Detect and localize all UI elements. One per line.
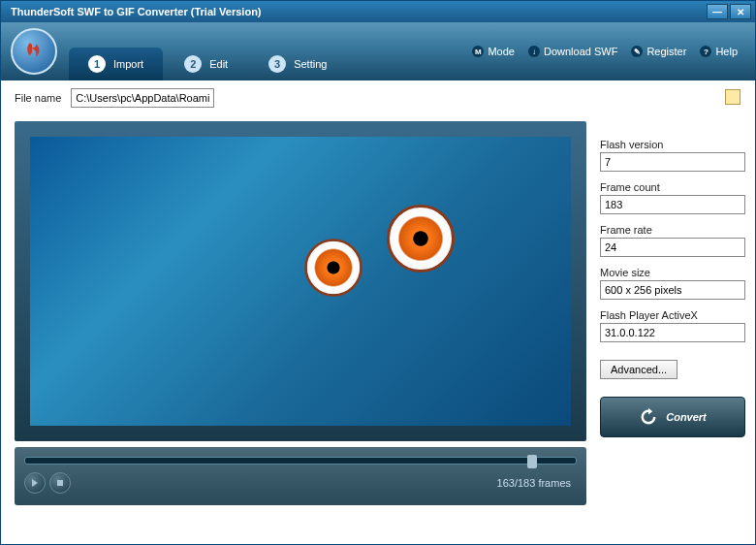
help-icon: ? (700, 46, 711, 57)
flash-version-label: Flash version (600, 139, 745, 150)
register-link[interactable]: ✎Register (631, 46, 686, 57)
toolbar: 1 Import 2 Edit 3 Setting MMode ↓Downloa… (1, 22, 755, 80)
preview-image (30, 137, 571, 426)
file-name-label: File name (15, 92, 61, 104)
seek-bar[interactable] (24, 457, 577, 465)
browse-icon[interactable] (725, 89, 740, 105)
link-label: Mode (488, 46, 515, 57)
movie-size-label: Movie size (600, 267, 745, 278)
mode-link[interactable]: MMode (472, 46, 515, 57)
download-swf-link[interactable]: ↓Download SWF (528, 46, 617, 57)
frame-count-label: Frame count (600, 181, 745, 193)
tab-import[interactable]: 1 Import (69, 48, 163, 80)
tab-label: Edit (209, 58, 228, 70)
activex-value (600, 323, 745, 342)
file-path-input[interactable] (71, 88, 214, 108)
link-label: Register (646, 46, 686, 57)
tab-number: 1 (88, 55, 106, 73)
info-column: Flash version Frame count Frame rate Mov… (600, 121, 745, 505)
frame-rate-label: Frame rate (600, 224, 745, 236)
tab-number: 2 (184, 55, 202, 73)
titlebar: ThunderSoft SWF to GIF Converter (Trial … (1, 1, 755, 22)
step-tabs: 1 Import 2 Edit 3 Setting (69, 22, 472, 80)
file-path-row: File name (1, 80, 755, 115)
preview-content (304, 239, 362, 297)
advanced-button[interactable]: Advanced... (600, 360, 677, 379)
player-controls: 163/183 frames (15, 447, 586, 505)
main-area: 163/183 frames Flash version Frame count… (1, 115, 755, 519)
link-label: Help (715, 46, 738, 57)
close-button[interactable]: ✕ (730, 4, 751, 19)
tab-edit[interactable]: 2 Edit (165, 48, 247, 80)
link-label: Download SWF (544, 46, 617, 57)
help-link[interactable]: ?Help (700, 46, 738, 57)
minimize-button[interactable]: — (707, 4, 728, 19)
tab-setting[interactable]: 3 Setting (249, 48, 346, 80)
tab-number: 3 (268, 55, 286, 73)
window-title: ThunderSoft SWF to GIF Converter (Trial … (5, 6, 705, 17)
preview-content (387, 205, 455, 272)
tab-label: Setting (294, 58, 327, 70)
download-icon: ↓ (528, 46, 540, 57)
convert-label: Convert (666, 411, 707, 423)
mode-icon: M (472, 46, 484, 57)
top-links: MMode ↓Download SWF ✎Register ?Help (472, 46, 745, 57)
convert-button[interactable]: Convert (600, 397, 745, 437)
convert-icon (639, 407, 658, 427)
svg-rect-0 (57, 480, 63, 486)
stop-button[interactable] (49, 472, 71, 494)
movie-size-value (600, 280, 745, 300)
preview-column: 163/183 frames (15, 121, 586, 505)
tab-label: Import (113, 58, 143, 70)
frame-counter: 163/183 frames (497, 477, 577, 489)
play-button[interactable] (24, 472, 46, 494)
activex-label: Flash Player ActiveX (600, 309, 745, 321)
register-icon: ✎ (631, 46, 643, 57)
app-logo-icon (11, 28, 57, 75)
frame-rate-value (600, 238, 745, 257)
frame-count-value (600, 195, 745, 214)
seek-handle[interactable] (527, 455, 537, 468)
preview-box (15, 121, 586, 441)
flash-version-value (600, 152, 745, 172)
